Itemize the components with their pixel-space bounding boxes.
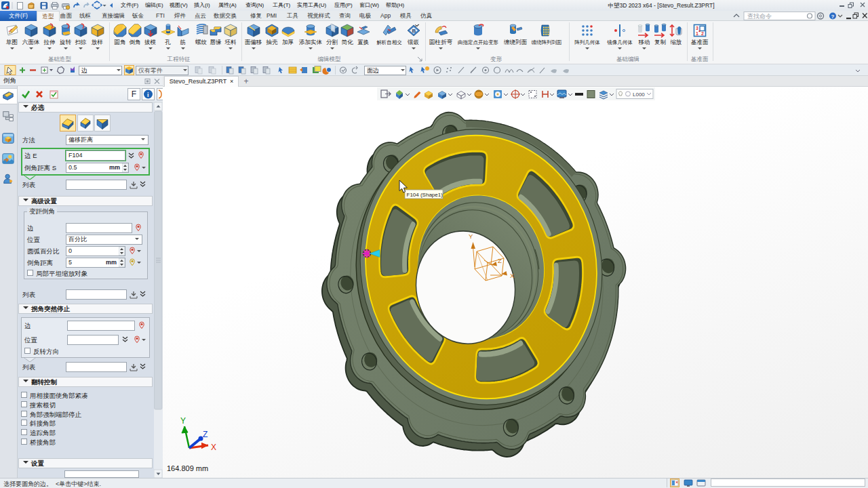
svg-text:3: 3 [696, 26, 698, 30]
svg-text:164.809 mm: 164.809 mm [167, 464, 208, 472]
svg-text:查找命令: 查找命令 [747, 13, 772, 20]
svg-text:Z: Z [203, 430, 208, 439]
svg-text:Y: Y [180, 416, 186, 426]
svg-text:i: i [147, 92, 149, 98]
svg-text:1: 1 [696, 31, 698, 36]
svg-text:X: X [510, 272, 515, 279]
svg-text:X: X [211, 443, 216, 452]
svg-text:B: B [412, 28, 416, 34]
svg-text:?: ? [831, 14, 835, 20]
svg-text:Z: Z [498, 257, 502, 264]
svg-text:F104 (Shape1): F104 (Shape1) [407, 192, 443, 198]
svg-text:2: 2 [701, 31, 704, 36]
svg-text:L000: L000 [633, 92, 645, 98]
svg-text:Y: Y [469, 232, 473, 240]
